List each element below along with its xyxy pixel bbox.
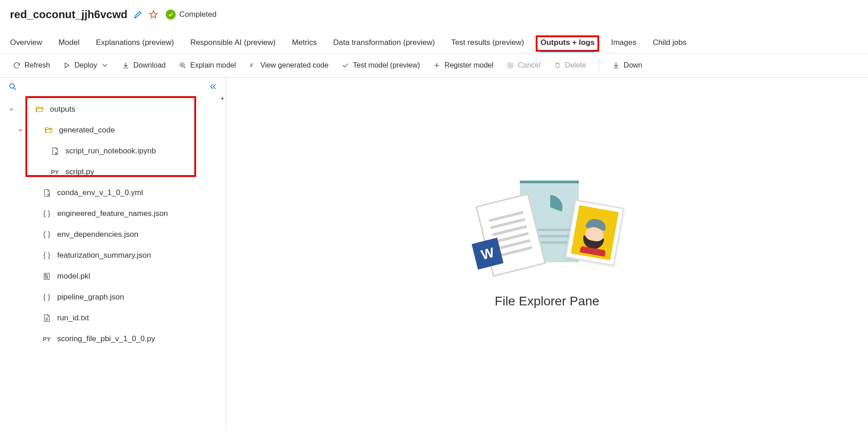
tab-metrics[interactable]: Metrics [292,38,317,52]
tree-file[interactable]: PY script.py [0,162,226,182]
content-area: ▲ outputs generated_code script_run_note… [0,78,868,429]
preview-pane: W File Explorer Pane [226,78,868,429]
tree-label: script_run_notebook.ipynb [65,147,156,156]
status-text: Completed [179,10,217,19]
python-icon: PY [49,169,61,176]
empty-state-illustration: W [474,181,620,280]
chevron-down-icon[interactable] [14,127,27,133]
download-label: Download [133,61,166,69]
tree-file[interactable]: { } env_dependencies.json [0,224,226,245]
tree-file[interactable]: conda_env_v_1_0_0.yml [0,182,226,203]
download-all-button[interactable]: Down [612,61,642,69]
tree-file[interactable]: PY scoring_file_pbi_v_1_0_0.py [0,328,226,349]
binary-icon [41,272,53,281]
test-label: Test model (preview) [353,61,420,69]
tab-data-transformation[interactable]: Data transformation (preview) [333,38,435,52]
tab-images[interactable]: Images [611,38,636,52]
tab-model[interactable]: Model [59,38,79,52]
file-icon [41,188,53,197]
tree-label: run_id.txt [57,314,89,323]
tab-test-results[interactable]: Test results (preview) [451,38,524,52]
tab-overview[interactable]: Overview [10,38,42,52]
folder-open-icon [34,105,45,114]
status-badge: Completed [166,10,217,20]
tree-label: generated_code [59,126,115,135]
edit-icon[interactable] [133,10,143,20]
check-icon [166,10,176,20]
svg-rect-8 [45,274,47,276]
deploy-label: Deploy [74,61,97,69]
tree-file[interactable]: model.pkl [0,266,226,287]
viewcode-label: View generated code [261,61,329,69]
toolbar: Refresh Deploy Download Explain model # … [0,53,868,78]
text-file-icon [41,314,53,323]
tree-label: outputs [50,105,75,114]
json-icon: { } [41,230,53,239]
json-icon: { } [41,251,53,260]
tree-label: script.py [65,167,94,176]
file-tree-panel: ▲ outputs generated_code script_run_note… [0,78,226,429]
tabs-bar: Overview Model Explanations (preview) Re… [0,27,868,52]
page-title: red_coconut_jjh6vcwd [10,8,128,21]
empty-state-title: File Explorer Pane [495,294,599,309]
tab-responsible-ai[interactable]: Responsible AI (preview) [190,38,276,52]
highlight-annotation: Outputs + logs [536,35,599,52]
explain-model-button[interactable]: Explain model [178,61,236,69]
python-icon: PY [41,336,53,343]
refresh-button[interactable]: Refresh [13,61,50,69]
test-model-button[interactable]: Test model (preview) [341,61,420,69]
cancel-button: Cancel [506,61,541,69]
tree-file[interactable]: run_id.txt [0,308,226,328]
tree-label: env_dependencies.json [57,230,138,239]
folder-open-icon [43,126,54,135]
tree-file[interactable]: script_run_notebook.ipynb [0,141,226,162]
toolbar-divider [599,59,599,72]
down-label: Down [624,61,642,69]
deploy-button[interactable]: Deploy [63,61,109,69]
collapse-panel-icon[interactable] [208,82,217,93]
svg-point-4 [10,83,14,88]
search-icon[interactable] [8,82,17,93]
chevron-down-icon[interactable] [5,106,18,113]
tree-file[interactable]: { } engineered_feature_names.json [0,203,226,224]
tree-label: pipeline_graph.json [57,293,124,302]
json-icon: { } [41,293,53,302]
tab-outputs-logs[interactable]: Outputs + logs [540,38,594,51]
explain-label: Explain model [190,61,236,69]
tree-folder-generated-code[interactable]: generated_code [0,120,226,141]
delete-label: Delete [565,61,586,69]
file-tree[interactable]: ▲ outputs generated_code script_run_note… [0,95,226,429]
download-button[interactable]: Download [122,61,166,69]
scroll-up-icon[interactable]: ▲ [220,95,225,100]
svg-text:#: # [250,62,253,69]
page-header: red_coconut_jjh6vcwd Completed [0,0,868,27]
tree-folder-outputs[interactable]: outputs [0,99,226,120]
tree-label: model.pkl [57,272,90,281]
tree-label: scoring_file_pbi_v_1_0_0.py [57,334,155,343]
chevron-down-icon [101,61,109,69]
delete-button: Delete [553,61,586,69]
svg-point-5 [55,152,57,154]
notebook-icon [49,147,61,156]
json-icon: { } [41,209,53,218]
svg-marker-0 [65,63,69,68]
tree-label: featurization_summary.json [57,251,151,260]
tree-file[interactable]: { } pipeline_graph.json [0,287,226,308]
tree-file[interactable]: { } featurization_summary.json [0,245,226,266]
tree-label: conda_env_v_1_0_0.yml [57,188,143,197]
register-model-button[interactable]: Register model [433,61,493,69]
favorite-icon[interactable] [148,10,158,20]
view-code-button[interactable]: # View generated code [249,61,329,69]
tab-explanations[interactable]: Explanations (preview) [96,38,174,52]
tab-child-jobs[interactable]: Child jobs [653,38,687,52]
cancel-label: Cancel [518,61,541,69]
refresh-label: Refresh [25,61,50,69]
tree-label: engineered_feature_names.json [57,209,168,218]
register-label: Register model [444,61,493,69]
